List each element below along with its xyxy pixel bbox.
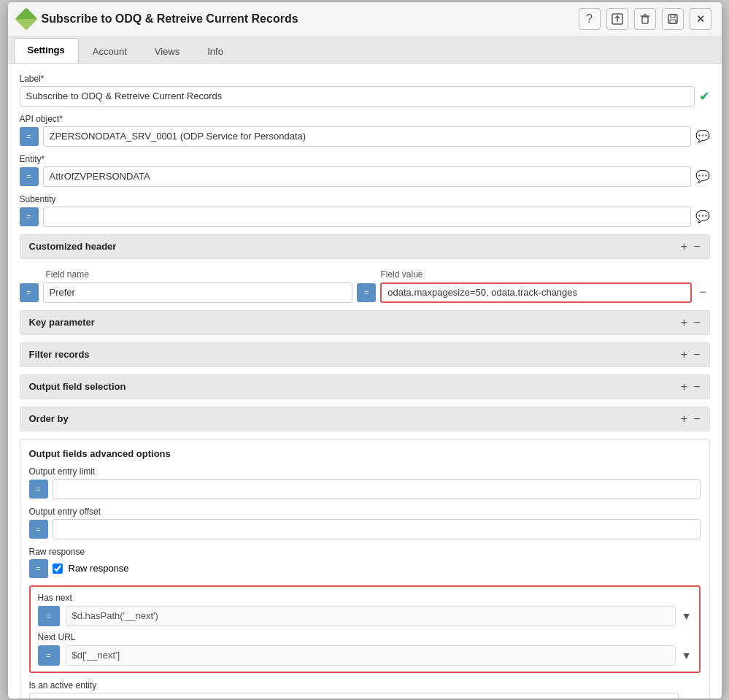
raw-response-checkbox-row: Raw response <box>53 563 129 574</box>
help-button[interactable]: ? <box>579 8 601 30</box>
save-button[interactable] <box>662 8 684 30</box>
filter-records-minus-icon[interactable]: − <box>693 348 700 361</box>
has-next-chevron-icon[interactable]: ▼ <box>682 610 692 622</box>
api-object-comment-icon[interactable]: 💬 <box>695 129 710 143</box>
next-url-chevron-icon[interactable]: ▼ <box>682 650 692 661</box>
col-field-value-label: Field value <box>381 269 710 280</box>
entity-field-group: Entity* = 💬 <box>20 154 710 187</box>
subentity-eq-button[interactable]: = <box>20 207 39 226</box>
is-active-entity-spinner-icon: ⬆⬇ <box>683 697 701 699</box>
has-next-row: = ▼ <box>38 606 692 626</box>
output-field-selection-plus-icon[interactable]: + <box>681 380 687 393</box>
next-url-label: Next URL <box>38 632 692 642</box>
header-field-value-input[interactable] <box>380 282 692 303</box>
subentity-comment-icon[interactable]: 💬 <box>695 209 710 223</box>
output-entry-offset-label: Output entry offset <box>29 507 701 517</box>
order-by-plus-icon[interactable]: + <box>681 412 687 426</box>
export-button[interactable] <box>606 8 628 30</box>
tab-bar: Settings Account Views Info <box>8 36 722 64</box>
raw-response-checkbox-label: Raw response <box>69 563 129 574</box>
api-object-label: API object* <box>20 114 710 124</box>
is-active-entity-select[interactable]: not available <box>29 693 679 699</box>
next-url-eq-button[interactable]: = <box>38 645 60 666</box>
entity-comment-icon[interactable]: 💬 <box>695 169 710 183</box>
customized-header-title: Customized header <box>29 241 117 252</box>
filter-records-section[interactable]: Filter records + − <box>20 342 710 367</box>
next-url-row: = ▼ <box>38 645 692 666</box>
output-entry-offset-group: Output entry offset = <box>29 507 701 539</box>
filter-records-plus-icon[interactable]: + <box>681 348 687 361</box>
header-row-minus-icon[interactable]: − <box>696 285 710 300</box>
raw-response-eq-button[interactable]: = <box>29 559 48 578</box>
key-parameter-minus-icon[interactable]: − <box>693 316 700 329</box>
output-entry-limit-label: Output entry limit <box>29 466 701 477</box>
header-row-eq-button[interactable]: = <box>20 283 39 302</box>
output-entry-limit-input[interactable] <box>53 479 701 499</box>
tab-account[interactable]: Account <box>79 39 141 63</box>
customized-header-content: Field name Field value = = − <box>20 265 710 303</box>
has-next-eq-button[interactable]: = <box>38 606 60 626</box>
check-icon: ✔ <box>699 88 710 104</box>
window-title: Subscribe to ODQ & Retreive Current Reco… <box>42 12 571 26</box>
col-field-name-label: Field name <box>46 269 375 280</box>
label-field-group: Label* ✔ <box>20 74 710 107</box>
api-object-input[interactable] <box>43 126 691 147</box>
svg-rect-2 <box>642 17 648 23</box>
entity-input[interactable] <box>43 166 691 187</box>
order-by-minus-icon[interactable]: − <box>693 412 700 426</box>
customized-header-row: = = − <box>20 282 710 303</box>
close-button[interactable]: ✕ <box>690 8 711 30</box>
customized-header-minus-icon[interactable]: − <box>693 240 700 253</box>
is-active-entity-label: Is an active entity <box>29 680 701 691</box>
customized-header-plus-icon[interactable]: + <box>681 240 687 253</box>
next-url-input[interactable] <box>66 645 676 666</box>
output-entry-offset-eq-button[interactable]: = <box>29 520 48 539</box>
subentity-label: Subentity <box>20 194 710 204</box>
settings-panel: Label* ✔ API object* = 💬 Entity* = 💬 <box>8 64 722 699</box>
order-by-title: Order by <box>29 413 69 424</box>
entity-label: Entity* <box>20 154 710 164</box>
tab-info[interactable]: Info <box>193 39 237 63</box>
label-field-label: Label* <box>20 74 710 84</box>
raw-response-group: Raw response = Raw response <box>29 547 701 578</box>
is-active-entity-group: Is an active entity not available ⬆⬇ <box>29 680 701 699</box>
output-entry-limit-eq-button[interactable]: = <box>29 480 48 499</box>
output-advanced-title: Output fields advanced options <box>29 448 701 459</box>
output-field-selection-section[interactable]: Output field selection + − <box>20 374 710 399</box>
tab-settings[interactable]: Settings <box>14 38 79 63</box>
subentity-field-group: Subentity = 💬 <box>20 194 710 227</box>
entity-eq-button[interactable]: = <box>20 167 39 186</box>
header-row-value-eq-button[interactable]: = <box>357 283 376 302</box>
key-parameter-plus-icon[interactable]: + <box>681 316 687 329</box>
output-entry-offset-input[interactable] <box>53 519 701 539</box>
customized-header-section[interactable]: Customized header + − <box>20 234 710 259</box>
raw-response-checkbox[interactable] <box>53 564 63 574</box>
header-field-name-input[interactable] <box>43 282 353 303</box>
output-entry-limit-group: Output entry limit = <box>29 466 701 499</box>
tab-views[interactable]: Views <box>141 39 193 63</box>
filter-records-title: Filter records <box>29 349 90 360</box>
raw-response-label: Raw response <box>29 547 701 557</box>
app-icon <box>15 7 37 30</box>
api-object-eq-button[interactable]: = <box>20 127 39 146</box>
label-input[interactable] <box>20 86 695 107</box>
has-next-box: Has next = ▼ Next URL = ▼ <box>29 585 701 673</box>
output-advanced-section: Output fields advanced options Output en… <box>20 439 710 699</box>
key-parameter-section[interactable]: Key parameter + − <box>20 310 710 335</box>
order-by-section[interactable]: Order by + − <box>20 407 710 431</box>
output-field-selection-title: Output field selection <box>29 381 126 392</box>
api-object-field-group: API object* = 💬 <box>20 114 710 147</box>
has-next-input[interactable] <box>66 606 676 626</box>
output-field-selection-minus-icon[interactable]: − <box>693 380 700 393</box>
subentity-input[interactable] <box>43 207 691 227</box>
has-next-label: Has next <box>38 593 692 603</box>
delete-button[interactable] <box>634 8 656 30</box>
key-parameter-title: Key parameter <box>29 317 95 328</box>
